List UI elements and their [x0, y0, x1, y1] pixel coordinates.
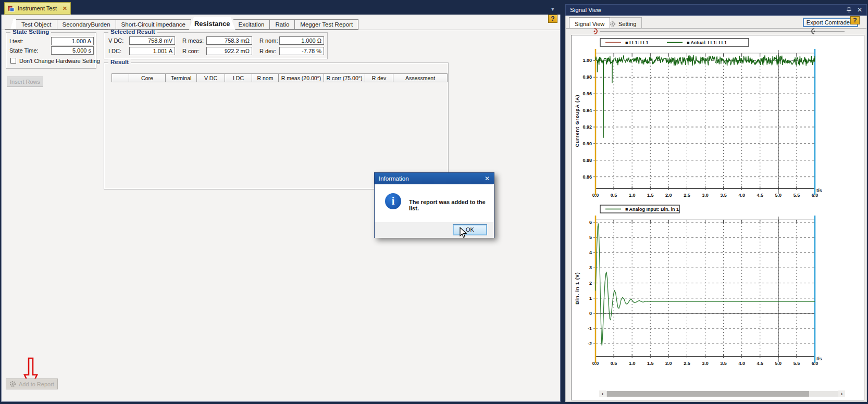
result-col-header[interactable]: R meas (20.00°) — [279, 74, 324, 82]
result-col-header[interactable]: R corr (75.00°) — [324, 74, 365, 82]
svg-text:2: 2 — [589, 281, 592, 286]
sv-tabstrip-underline — [566, 28, 866, 29]
result-title: Result — [108, 59, 131, 65]
result-col-header[interactable]: I DC — [225, 74, 252, 82]
tab-signal-view-label: Signal View — [575, 21, 604, 27]
svg-text:2.0: 2.0 — [665, 361, 672, 366]
document-tab-instrument-test[interactable]: Instrument Test ✕ — [4, 2, 71, 15]
itest-label: I test: — [9, 38, 23, 44]
svg-text:Bin. in 1 (V): Bin. in 1 (V) — [575, 272, 580, 305]
splitter-collapse-right-icon[interactable] — [810, 28, 816, 34]
rmeas-field: 758.3 mΩ — [206, 36, 252, 45]
rnom-field: 1.000 Ω — [279, 36, 324, 45]
svg-text:3.5: 3.5 — [720, 361, 727, 366]
tab-secondaryburden[interactable]: SecondaryBurden — [57, 19, 116, 30]
signal-view-panel: Signal View Setting Export Comtrade .. ?… — [565, 16, 867, 402]
svg-text:1.5: 1.5 — [647, 361, 654, 366]
result-col-header[interactable] — [112, 74, 129, 82]
svg-text:0.5: 0.5 — [611, 193, 617, 198]
pin-icon[interactable] — [846, 7, 852, 14]
scroll-left-arrow[interactable]: ‹ — [599, 390, 606, 397]
splitter-collapse-left-icon[interactable] — [593, 28, 599, 34]
splitter-line[interactable] — [600, 31, 845, 32]
svg-text:1.00: 1.00 — [582, 58, 592, 63]
result-col-header[interactable]: R dev — [365, 74, 393, 82]
itest-field[interactable]: 1.000 A — [51, 37, 94, 45]
svg-text:1.0: 1.0 — [629, 193, 636, 198]
result-col-header[interactable]: V DC — [197, 74, 225, 82]
tab-resistance[interactable]: Resistance — [189, 17, 235, 30]
state-setting-group: State Setting I test: 1.000 A State Time… — [6, 32, 96, 69]
idc-label: I DC: — [108, 48, 121, 54]
tab-test-object[interactable]: Test Object — [16, 19, 57, 30]
tab-short-circuit-impedance[interactable]: Short-Circuit impedance — [116, 19, 191, 30]
tab-ratio[interactable]: Ratio — [270, 19, 295, 30]
rcorr-field: 922.2 mΩ — [206, 47, 252, 55]
svg-text:0.86: 0.86 — [582, 174, 592, 180]
test-tabstrip: Test ObjectSecondaryBurdenShort-Circuit … — [5, 17, 358, 30]
signal-view-close-icon[interactable]: ✕ — [857, 6, 862, 14]
idc-field: 1.001 A — [129, 47, 175, 55]
document-close-icon[interactable]: ✕ — [63, 5, 67, 12]
svg-text:1.5: 1.5 — [647, 193, 654, 198]
vdc-field: 758.8 mV — [129, 36, 175, 45]
signal-view-help-button[interactable]: ? — [850, 16, 860, 24]
result-col-header[interactable]: Assessment — [393, 74, 448, 82]
dialog-title: Information — [379, 175, 485, 182]
gear-icon — [9, 381, 16, 387]
svg-text:0.92: 0.92 — [582, 124, 592, 130]
tab-megger-test-report[interactable]: Megger Test Report — [295, 19, 358, 30]
svg-text:0.96: 0.96 — [582, 91, 592, 96]
svg-text:0.5: 0.5 — [611, 361, 617, 366]
help-button[interactable]: ? — [548, 15, 557, 23]
insert-rows-button[interactable]: Insert Rows — [7, 77, 43, 87]
rnom-label: R nom: — [259, 37, 278, 44]
svg-text:4.5: 4.5 — [757, 361, 763, 366]
svg-text:5.5: 5.5 — [793, 193, 800, 198]
svg-text:0.88: 0.88 — [582, 158, 592, 163]
svg-text:5: 5 — [589, 235, 592, 240]
result-col-header[interactable]: Terminal — [166, 74, 197, 82]
app-icon — [8, 5, 15, 12]
vdc-label: V DC: — [108, 37, 123, 44]
state-time-field[interactable]: 5.000 s — [51, 46, 94, 55]
tabstrip-underline — [2, 30, 560, 30]
dialog-titlebar: Information ✕ — [375, 173, 494, 184]
svg-text:3.5: 3.5 — [720, 193, 727, 198]
svg-text:Current GroupA (A): Current GroupA (A) — [575, 94, 580, 147]
svg-text:-2: -2 — [588, 341, 592, 346]
add-to-report-label: Add to Report — [19, 381, 54, 387]
svg-text:2.5: 2.5 — [684, 193, 690, 198]
svg-text:t/s: t/s — [816, 188, 822, 193]
result-col-header[interactable]: Core — [129, 74, 166, 82]
dialog-message: The report was added to the list. — [409, 199, 494, 211]
scroll-right-arrow[interactable]: › — [838, 390, 845, 397]
tab-setting-label: Setting — [618, 21, 636, 27]
mouse-cursor — [460, 227, 468, 238]
dont-change-hardware-label: Don't Change Hardware Setting — [19, 58, 100, 64]
dialog-close-icon[interactable]: ✕ — [485, 175, 490, 182]
dialog-body: i The report was added to the list. — [375, 184, 494, 222]
result-group: Result CoreTerminalV DCI DCR nomR meas (… — [104, 62, 449, 190]
dont-change-hardware-checkbox[interactable] — [10, 58, 16, 64]
svg-text:t/s: t/s — [816, 356, 822, 361]
svg-text:2.0: 2.0 — [665, 193, 672, 198]
information-dialog: Information ✕ i The report was added to … — [374, 172, 494, 238]
scrollbar-thumb[interactable] — [607, 391, 809, 397]
svg-text:■ I L1: I L1: ■ I L1: I L1 — [625, 40, 648, 45]
state-time-label: State Time: — [9, 47, 39, 54]
window-menu-chevron-icon[interactable]: ▾ — [551, 6, 554, 12]
tab-signal-view[interactable]: Signal View — [569, 17, 610, 28]
add-to-report-button[interactable]: Add to Report — [6, 378, 58, 389]
svg-text:3: 3 — [589, 265, 592, 270]
svg-text:-1: -1 — [588, 326, 592, 331]
result-col-header[interactable]: R nom — [252, 74, 279, 82]
signal-view-panel-title: Signal View — [570, 7, 846, 13]
ok-button[interactable]: OK — [453, 224, 487, 235]
scrollbar-track[interactable] — [606, 391, 838, 397]
tab-excitation[interactable]: Excitation — [233, 19, 270, 30]
svg-text:■ Analog Input: Bin. in 1: ■ Analog Input: Bin. in 1 — [625, 207, 679, 212]
rcorr-label: R corr: — [182, 48, 200, 54]
svg-text:■ Actual: I L1: I L1: ■ Actual: I L1: I L1 — [687, 40, 727, 45]
gear-icon — [610, 21, 616, 27]
